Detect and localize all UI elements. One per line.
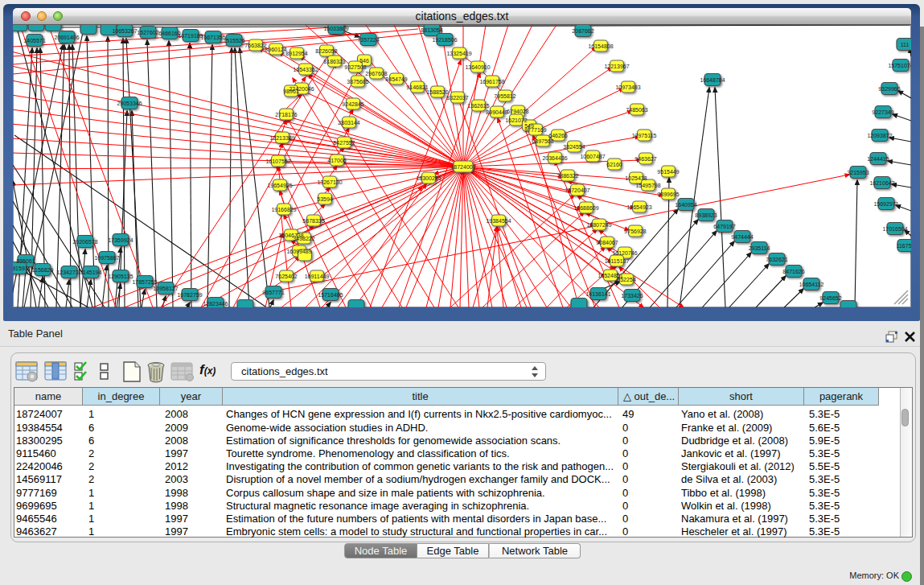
svg-text:19166829: 19166829 bbox=[271, 207, 296, 212]
svg-text:1362615: 1362615 bbox=[467, 103, 489, 109]
svg-text:9474444: 9474444 bbox=[731, 234, 753, 240]
svg-text:19654925: 19654925 bbox=[267, 183, 292, 188]
svg-text:1145194: 1145194 bbox=[80, 270, 102, 275]
svg-text:6479197: 6479197 bbox=[713, 224, 735, 229]
svg-text:111: 111 bbox=[901, 42, 910, 47]
svg-text:16782759: 16782759 bbox=[177, 292, 202, 298]
svg-text:252254: 252254 bbox=[617, 277, 635, 282]
svg-text:13267130: 13267130 bbox=[317, 179, 342, 185]
svg-text:16961758: 16961758 bbox=[479, 79, 504, 84]
svg-text:8813054: 8813054 bbox=[421, 27, 442, 33]
svg-text:8226058: 8226058 bbox=[315, 48, 337, 54]
svg-text:16120746: 16120746 bbox=[612, 250, 637, 256]
svg-text:6897568: 6897568 bbox=[532, 138, 553, 144]
svg-text:12213967: 12213967 bbox=[604, 64, 629, 69]
svg-text:13325419: 13325419 bbox=[446, 51, 471, 56]
svg-text:15495798: 15495798 bbox=[635, 183, 660, 188]
svg-text:10973493: 10973493 bbox=[615, 84, 640, 90]
svg-text:9463627: 9463627 bbox=[634, 156, 656, 162]
svg-text:15720407: 15720407 bbox=[565, 187, 589, 193]
svg-text:1405571: 1405571 bbox=[23, 38, 45, 43]
svg-text:8912954: 8912954 bbox=[285, 51, 307, 56]
svg-text:8186323: 8186323 bbox=[323, 59, 345, 64]
svg-text:3824554: 3824554 bbox=[563, 144, 585, 150]
svg-text:1156829: 1156829 bbox=[32, 267, 54, 273]
svg-text:18724007: 18724007 bbox=[450, 164, 475, 170]
svg-text:2967608: 2967608 bbox=[365, 71, 387, 76]
svg-text:8454749: 8454749 bbox=[385, 76, 407, 82]
svg-text:16648784: 16648784 bbox=[700, 77, 725, 83]
svg-text:8938923: 8938923 bbox=[695, 212, 717, 218]
svg-text:20691406: 20691406 bbox=[54, 35, 79, 40]
svg-text:10958127: 10958127 bbox=[153, 286, 178, 291]
svg-text:8960124: 8960124 bbox=[265, 47, 286, 52]
svg-text:16115137: 16115137 bbox=[605, 258, 630, 264]
svg-text:9084067: 9084067 bbox=[596, 240, 618, 245]
svg-text:6794028: 6794028 bbox=[507, 109, 528, 114]
svg-text:9242845: 9242845 bbox=[342, 101, 363, 107]
svg-text:15751074: 15751074 bbox=[888, 63, 911, 68]
svg-text:9899695: 9899695 bbox=[657, 192, 679, 197]
svg-text:646266: 646266 bbox=[548, 133, 567, 138]
svg-text:116753: 116753 bbox=[897, 243, 911, 249]
svg-text:9329966: 9329966 bbox=[878, 86, 900, 92]
svg-text:9146821: 9146821 bbox=[406, 84, 428, 90]
svg-text:16210643: 16210643 bbox=[869, 180, 894, 186]
svg-text:12975115: 12975115 bbox=[632, 133, 657, 138]
svg-text:19218506: 19218506 bbox=[432, 37, 457, 43]
svg-text:8471626: 8471626 bbox=[782, 269, 804, 274]
svg-text:9657771: 9657771 bbox=[262, 290, 284, 295]
svg-text:17857255: 17857255 bbox=[132, 279, 157, 285]
svg-text:16543362: 16543362 bbox=[293, 67, 318, 72]
svg-text:16911449: 16911449 bbox=[305, 274, 330, 279]
svg-text:1588520: 1588520 bbox=[426, 89, 448, 95]
svg-text:1733426: 1733426 bbox=[621, 293, 643, 299]
svg-text:62160: 62160 bbox=[606, 162, 622, 167]
svg-text:3215953: 3215953 bbox=[847, 170, 869, 175]
svg-text:7955812: 7955812 bbox=[494, 93, 515, 99]
svg-text:2718176: 2718176 bbox=[275, 112, 297, 117]
svg-text:1621072: 1621072 bbox=[505, 117, 527, 123]
svg-text:10654112: 10654112 bbox=[799, 282, 824, 287]
svg-text:7357224: 7357224 bbox=[357, 37, 379, 43]
svg-text:2803144: 2803144 bbox=[338, 120, 359, 126]
svg-text:8322037: 8322037 bbox=[446, 95, 468, 101]
svg-text:20364436: 20364436 bbox=[542, 155, 567, 161]
svg-text:53594: 53594 bbox=[317, 196, 333, 202]
svg-text:8990448: 8990448 bbox=[486, 109, 507, 115]
svg-text:10688609: 10688609 bbox=[573, 205, 598, 211]
svg-text:29053346: 29053346 bbox=[117, 101, 142, 106]
svg-text:9756928: 9756928 bbox=[624, 229, 646, 234]
svg-text:1527602: 1527602 bbox=[137, 30, 158, 35]
svg-text:546: 546 bbox=[359, 58, 369, 64]
svg-text:19384554: 19384554 bbox=[486, 218, 511, 224]
svg-text:12093872: 12093872 bbox=[867, 133, 892, 138]
svg-text:3498222: 3498222 bbox=[293, 236, 314, 241]
svg-text:13640910: 13640910 bbox=[465, 64, 490, 70]
svg-text:2935114: 2935114 bbox=[749, 245, 770, 251]
svg-text:7485063: 7485063 bbox=[626, 107, 647, 113]
svg-text:1640954: 1640954 bbox=[675, 202, 696, 208]
svg-text:98961: 98961 bbox=[283, 89, 299, 94]
svg-text:15716485: 15716485 bbox=[318, 292, 343, 298]
svg-text:9227349: 9227349 bbox=[872, 109, 893, 115]
svg-text:16099489: 16099489 bbox=[286, 249, 311, 254]
svg-text:16033809: 16033809 bbox=[323, 26, 348, 31]
svg-text:7632621: 7632621 bbox=[766, 257, 787, 262]
svg-text:12342737: 12342737 bbox=[56, 270, 81, 275]
svg-text:7515526: 7515526 bbox=[223, 38, 244, 43]
svg-text:417006: 417006 bbox=[327, 158, 346, 163]
svg-text:20206578: 20206578 bbox=[72, 239, 97, 245]
svg-text:7886322: 7886322 bbox=[556, 173, 578, 179]
svg-text:17359924: 17359924 bbox=[108, 237, 133, 243]
svg-text:2087662: 2087662 bbox=[572, 28, 593, 34]
svg-text:10719185: 10719185 bbox=[178, 33, 203, 39]
svg-text:16107552: 16107552 bbox=[265, 159, 290, 164]
svg-text:12213389: 12213389 bbox=[269, 135, 294, 141]
svg-text:5878335: 5878335 bbox=[302, 218, 324, 224]
svg-text:10975867: 10975867 bbox=[94, 255, 119, 261]
svg-text:9245652: 9245652 bbox=[819, 295, 841, 301]
svg-text:18807249: 18807249 bbox=[586, 222, 611, 228]
svg-text:17016504: 17016504 bbox=[882, 226, 907, 232]
svg-text:18300295: 18300295 bbox=[416, 175, 441, 181]
